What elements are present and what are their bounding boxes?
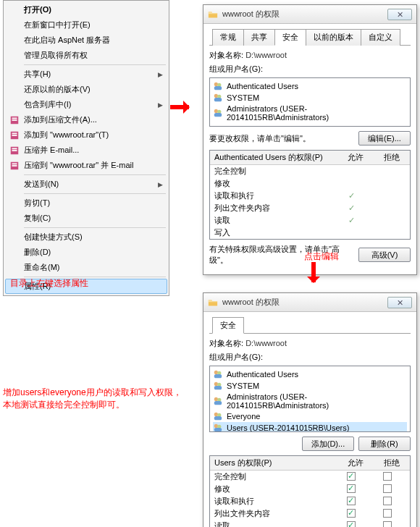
permission-name: 完全控制	[214, 471, 333, 482]
svg-rect-20	[214, 113, 222, 117]
menu-item[interactable]: 共享(H)▶	[5, 67, 167, 82]
caption-select-properties: 目录上右键选择属性	[10, 277, 88, 290]
menu-item-label: 在新窗口中打开(E)	[24, 20, 91, 30]
submenu-arrow-icon: ▶	[158, 101, 163, 109]
permission-row: 读取和执行	[210, 495, 410, 507]
tab[interactable]: 安全	[274, 29, 306, 46]
submenu-arrow-icon: ▶	[158, 181, 163, 188]
remove-button[interactable]: 删除(R)	[358, 437, 411, 451]
menu-item[interactable]: 添加到 "wwwroot.rar"(T)	[5, 127, 167, 143]
menu-item-label: 添加到 "wwwroot.rar"(T)	[24, 130, 109, 140]
user-list-item[interactable]: SYSTEM	[213, 92, 407, 104]
perm-header-allow: 允许	[337, 456, 374, 470]
user-group-icon	[213, 381, 223, 391]
deny-checkbox[interactable]	[383, 497, 392, 505]
menu-item[interactable]: 添加到压缩文件(A)...	[5, 112, 167, 127]
user-list-item[interactable]: Everyone	[213, 410, 407, 422]
svg-rect-10	[12, 163, 17, 164]
deny-checkbox[interactable]	[383, 472, 392, 481]
permission-name: 读取	[214, 215, 333, 226]
rar-icon	[9, 130, 20, 140]
menu-separator	[24, 64, 166, 65]
menu-item[interactable]: 创建快捷方式(S)	[5, 229, 167, 245]
svg-point-21	[214, 371, 218, 374]
allow-checkbox[interactable]	[347, 484, 356, 493]
permissions-edit-dialog: wwwroot 的权限 ✕ 安全 对象名称: D:\wwwroot 组或用户名(…	[203, 292, 417, 527]
deny-checkbox[interactable]	[383, 484, 392, 493]
user-list-item[interactable]: SYSTEM	[213, 380, 407, 392]
deny-checkbox[interactable]	[383, 509, 392, 518]
perm-header-allow: 允许	[337, 151, 374, 164]
permission-row: 读取	[210, 520, 410, 527]
dialog-title: wwwroot 的权限	[222, 297, 280, 308]
menu-item[interactable]: 包含到库中(I)▶	[5, 97, 167, 112]
menu-item-label: 删除(D)	[24, 247, 51, 258]
permissions-table: Users 的权限(P) 允许 拒绝 完全控制修改读取和执行列出文件夹内容读取	[209, 455, 411, 527]
menu-item-label: 打开(O)	[24, 4, 51, 15]
allow-checkbox[interactable]	[347, 497, 356, 505]
user-name: Administrators (USER-20141015RB\Administ…	[227, 104, 407, 122]
tabs: 常规共享安全以前的版本自定义	[209, 28, 411, 46]
svg-point-12	[214, 83, 218, 86]
add-button[interactable]: 添加(D)...	[302, 437, 354, 451]
menu-item[interactable]: 压缩并 E-mail...	[5, 143, 167, 158]
allow-checkbox[interactable]	[347, 521, 356, 528]
close-icon[interactable]: ✕	[387, 9, 412, 20]
user-list-item[interactable]: Authenticated Users	[213, 80, 407, 92]
svg-rect-4	[12, 132, 17, 134]
arrow-down-1	[311, 262, 316, 282]
edit-row: 要更改权限，请单击"编辑"。 编辑(E)...	[209, 131, 411, 146]
svg-point-30	[214, 413, 218, 416]
svg-rect-11	[12, 165, 17, 166]
user-list-item[interactable]: Administrators (USER-20141015RB\Administ…	[213, 392, 407, 410]
menu-item[interactable]: 发送到(N)▶	[5, 177, 167, 192]
svg-rect-7	[12, 148, 17, 149]
user-group-icon	[213, 93, 223, 103]
menu-item[interactable]: 删除(D)	[5, 245, 167, 260]
menu-item[interactable]: 打开(O)	[5, 2, 167, 17]
context-menu[interactable]: 打开(O)在新窗口中打开(E)在此启动 AspNet 服务器管理员取得所有权共享…	[3, 0, 169, 296]
user-list-item[interactable]: Authenticated Users	[213, 368, 407, 380]
user-group-icon	[213, 108, 223, 118]
groups-label: 组或用户名(G):	[209, 352, 411, 363]
permission-row: 读取✓	[210, 214, 410, 227]
permission-name: 读取	[214, 520, 333, 527]
edit-button[interactable]: 编辑(E)...	[358, 131, 411, 146]
menu-item[interactable]: 压缩到 "wwwroot.rar" 并 E-mail	[5, 158, 167, 173]
tab[interactable]: 安全	[212, 317, 244, 334]
menu-item[interactable]: 复制(C)	[5, 211, 167, 226]
menu-item[interactable]: 在此启动 AspNet 服务器	[5, 33, 167, 48]
security-properties-dialog: wwwroot 的权限 ✕ 常规共享安全以前的版本自定义 对象名称: D:\ww…	[203, 4, 417, 275]
menu-item-label: 管理员取得所有权	[24, 50, 88, 61]
tab[interactable]: 共享	[243, 29, 275, 46]
tab[interactable]: 以前的版本	[306, 29, 361, 46]
user-list[interactable]: Authenticated UsersSYSTEMAdministrators …	[209, 366, 411, 432]
menu-item[interactable]: 重命名(M)	[5, 260, 167, 275]
close-icon[interactable]: ✕	[387, 297, 412, 308]
allow-mark: ✓	[348, 216, 355, 224]
allow-checkbox[interactable]	[347, 509, 356, 518]
permission-row: 完全控制	[210, 471, 410, 483]
svg-rect-8	[12, 150, 17, 151]
deny-checkbox[interactable]	[383, 521, 392, 528]
object-name-row: 对象名称: D:\wwwroot	[209, 50, 411, 61]
allow-checkbox[interactable]	[347, 472, 356, 481]
svg-rect-29	[214, 401, 222, 405]
svg-point-15	[214, 94, 218, 98]
menu-item-label: 发送到(N)	[24, 179, 59, 190]
menu-item[interactable]: 剪切(T)	[5, 195, 167, 211]
menu-item-label: 创建快捷方式(S)	[24, 232, 83, 243]
user-list-item[interactable]: Administrators (USER-20141015RB\Administ…	[213, 104, 407, 122]
user-list-item[interactable]: Users (USER-20141015RB\Users)	[213, 422, 407, 432]
user-list[interactable]: Authenticated UsersSYSTEMAdministrators …	[209, 77, 411, 127]
svg-rect-17	[214, 98, 222, 101]
menu-item[interactable]: 还原以前的版本(V)	[5, 82, 167, 97]
rar-icon	[9, 161, 20, 171]
menu-item[interactable]: 在新窗口中打开(E)	[5, 17, 167, 33]
menu-item-label: 压缩到 "wwwroot.rar" 并 E-mail	[24, 160, 133, 171]
tab[interactable]: 常规	[212, 29, 244, 46]
svg-rect-32	[214, 416, 222, 420]
advanced-button[interactable]: 高级(V)	[358, 248, 411, 262]
tab[interactable]: 自定义	[361, 29, 400, 46]
menu-item[interactable]: 管理员取得所有权	[5, 48, 167, 63]
